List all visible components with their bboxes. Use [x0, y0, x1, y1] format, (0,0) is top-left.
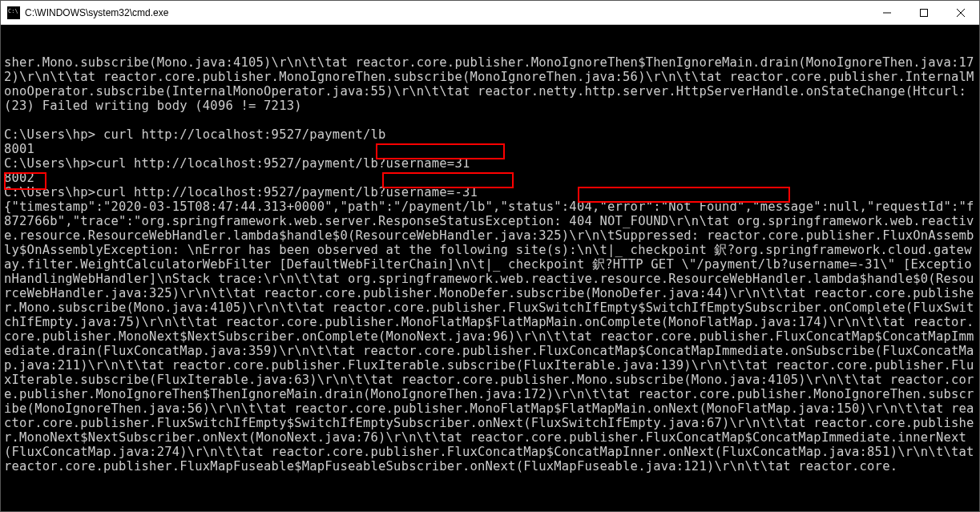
maximize-button[interactable]	[905, 1, 942, 24]
minimize-button[interactable]	[869, 1, 905, 24]
terminal-output: sher.Mono.subscribe(Mono.java:4105)\r\n\…	[4, 55, 976, 474]
titlebar[interactable]: C:\WINDOWS\system32\cmd.exe	[1, 1, 979, 25]
svg-rect-1	[921, 9, 928, 16]
terminal-area[interactable]: sher.Mono.subscribe(Mono.java:4105)\r\n\…	[1, 25, 979, 511]
cmd-icon	[7, 6, 20, 19]
window-title: C:\WINDOWS\system32\cmd.exe	[25, 7, 869, 18]
window-controls	[869, 1, 979, 24]
cmd-window: C:\WINDOWS\system32\cmd.exe sher.Mono.su…	[0, 0, 980, 512]
close-button[interactable]	[942, 1, 979, 24]
